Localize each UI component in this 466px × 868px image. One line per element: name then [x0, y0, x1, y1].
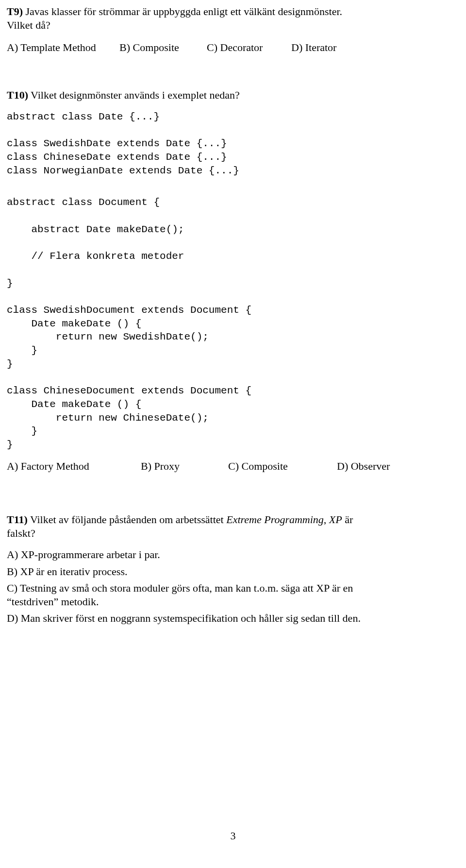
q11-option-b: B) XP är en iterativ process. — [7, 565, 437, 579]
q9-options: A) Template Method B) Composite C) Decor… — [7, 41, 437, 54]
q10-options: A) Factory Method B) Proxy C) Composite … — [7, 460, 437, 473]
q11-option-c-line1: C) Testning av små och stora moduler gör… — [7, 581, 437, 595]
page-container: T9) Javas klasser för strömmar är uppbyg… — [0, 0, 466, 868]
page-number: 3 — [0, 829, 466, 843]
q9-text-line2: Vilket då? — [7, 19, 50, 31]
q10-text: T10) Vilket designmönster används i exem… — [7, 88, 437, 102]
q10-option-d: D) Observer — [337, 460, 390, 473]
q11-text-line2: falskt? — [7, 527, 35, 539]
q11-text-italic: Extreme Programming, XP — [226, 513, 342, 526]
q11-option-a: A) XP-programmerare arbetar i par. — [7, 548, 437, 562]
q11-option-c-line2: “testdriven” metodik. — [7, 595, 437, 609]
q11-text-part2: är — [342, 513, 353, 526]
q11-label: T11) — [7, 513, 28, 526]
q9-text-line1: Javas klasser för strömmar är uppbyggda … — [23, 5, 342, 17]
q10-option-a: A) Factory Method — [7, 460, 141, 473]
q10-option-c: C) Composite — [228, 460, 337, 473]
q9-text: T9) Javas klasser för strömmar är uppbyg… — [7, 5, 437, 32]
q9-option-b: B) Composite — [119, 41, 207, 54]
q9-option-c: C) Decorator — [207, 41, 291, 54]
q10-label: T10) — [7, 89, 28, 101]
q10-code-block2: abstract class Document { abstract Date … — [7, 196, 437, 452]
q10-option-b: B) Proxy — [141, 460, 228, 473]
q9-option-a: A) Template Method — [7, 41, 119, 54]
q11-option-d: D) Man skriver först en noggrann systems… — [7, 612, 437, 625]
q11-text-part1: Vilket av följande påståenden om arbetss… — [28, 513, 226, 526]
q9-option-d: D) Iterator — [291, 41, 336, 54]
q10-text-body: Vilket designmönster används i exemplet … — [28, 89, 240, 101]
q11-text: T11) Vilket av följande påståenden om ar… — [7, 513, 437, 540]
q9-label: T9) — [7, 5, 23, 17]
q10-code-block1: abstract class Date {...} class SwedishD… — [7, 110, 437, 178]
